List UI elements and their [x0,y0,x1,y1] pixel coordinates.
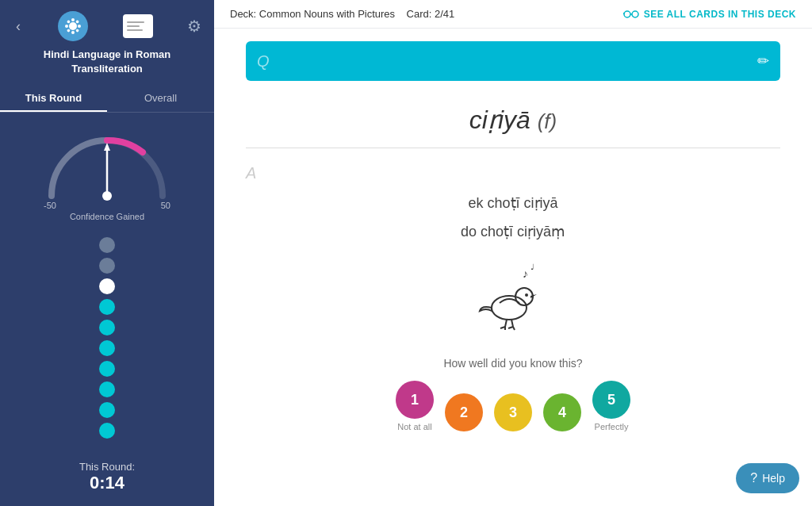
rating-button-2[interactable]: 2 [445,393,483,431]
rating-1-wrap: 1 Not at all [396,381,434,431]
dot-3 [99,278,115,294]
svg-point-0 [69,22,77,30]
dot-8 [99,381,115,397]
sentence-1: ek choṭī ciṛiyā [461,189,565,217]
svg-point-1 [71,18,75,21]
card-header-bar: Q ✏ [246,41,780,81]
confidence-gauge: -50 50 Confidence Gained [36,128,178,221]
tab-overall[interactable]: Overall [107,86,214,112]
dot-4 [99,299,115,315]
card-info: 2/41 [435,8,454,20]
settings-gear-icon[interactable]: ⚙ [187,17,201,36]
sidebar: ‹ ⚙ Hindi Language in Roman Transliterat… [0,0,214,506]
rating-button-5[interactable]: 5 [592,381,630,419]
card-term-gender: (f) [538,109,557,133]
deck-list-icon[interactable] [123,14,153,38]
help-button[interactable]: ? Help [736,463,799,493]
dot-10 [99,423,115,439]
svg-text:♩: ♩ [530,263,534,271]
sentence-2: do choṭī ciṛiyāṃ [461,217,565,246]
svg-line-15 [623,13,624,14]
help-circle-icon: ? [750,471,757,485]
round-timer: This Round: 0:14 [67,448,147,506]
gauge-svg [40,128,174,204]
rating-label-left: Not at all [397,422,431,431]
dot-9 [99,402,115,418]
see-all-cards-button[interactable]: SEE ALL CARDS IN THIS DECK [623,9,796,20]
svg-marker-11 [104,143,110,151]
timer-display: 0:14 [79,473,135,493]
svg-line-24 [511,320,513,327]
gauge-labels: -50 50 [44,201,170,210]
svg-text:♪: ♪ [523,267,528,280]
card-divider [246,148,780,148]
deck-info: Deck: Common Nouns with Pictures Card: 2… [230,8,454,20]
card-area: Q ✏ ciṛiyā (f) A ek choṭī ciṛiyā do choṭ… [214,29,812,506]
card-prefix: Card: [407,8,432,20]
sidebar-title: Hindi Language in Roman Transliteration [0,48,214,86]
svg-point-4 [78,25,81,28]
round-label: This Round: [79,461,135,473]
svg-point-6 [76,21,79,24]
rating-button-3[interactable]: 3 [494,393,532,431]
rating-2-wrap: 2 [445,393,483,431]
svg-line-26 [513,327,515,330]
gauge-min-label: -50 [44,201,56,210]
see-all-label: SEE ALL CARDS IN THIS DECK [644,9,796,20]
dot-7 [99,361,115,377]
bird-illustration: ♪ ♩ [465,262,561,333]
card-term: ciṛiyā (f) [469,105,557,135]
card-term-text: ciṛiyā [469,105,530,134]
deck-prefix: Deck: [230,8,256,20]
rating-button-1[interactable]: 1 [396,381,434,419]
card-sentences: ek choṭī ciṛiyā do choṭī ciṛiyāṃ [461,189,565,246]
rating-4-wrap: 4 [543,393,581,431]
svg-line-21 [505,320,507,327]
dot-5 [99,320,115,335]
rating-buttons: 1 Not at all 2 3 4 5 Perfectly [396,381,630,431]
svg-point-8 [76,29,79,33]
svg-point-3 [65,25,68,28]
top-bar: Deck: Common Nouns with Pictures Card: 2… [214,0,812,29]
rating-button-4[interactable]: 4 [543,393,581,431]
back-arrow-icon[interactable]: ‹ [13,15,24,38]
svg-point-20 [525,293,528,297]
dot-2 [99,258,115,274]
svg-point-5 [67,21,71,24]
rating-3-wrap: 3 [494,393,532,431]
tab-this-round[interactable]: This Round [0,86,107,112]
svg-point-10 [102,191,112,201]
rating-section: How well did you know this? 1 Not at all… [246,349,780,444]
sidebar-tabs: This Round Overall [0,86,214,113]
sidebar-header: ‹ ⚙ [0,0,214,48]
logo-icon [58,11,88,41]
dot-6 [99,340,115,356]
svg-point-12 [624,11,630,17]
glasses-icon [623,10,639,19]
edit-icon[interactable]: ✏ [757,52,769,70]
main-content: Deck: Common Nouns with Pictures Card: 2… [214,0,812,506]
bird-svg: ♪ ♩ [465,262,561,333]
svg-point-2 [71,31,75,34]
svg-point-13 [632,11,638,17]
progress-dots [99,237,115,439]
a-label: A [246,164,256,182]
deck-name: Common Nouns with Pictures [259,8,395,20]
rating-label-right: Perfectly [595,422,629,431]
confidence-gained-label: Confidence Gained [70,212,144,221]
svg-line-25 [508,327,513,328]
rating-5-wrap: 5 Perfectly [592,381,630,431]
rating-question: How well did you know this? [443,357,582,370]
q-label: Q [257,52,270,71]
help-label: Help [762,472,785,485]
dot-1 [99,237,115,253]
svg-point-7 [67,29,71,33]
gauge-max-label: 50 [161,201,170,210]
